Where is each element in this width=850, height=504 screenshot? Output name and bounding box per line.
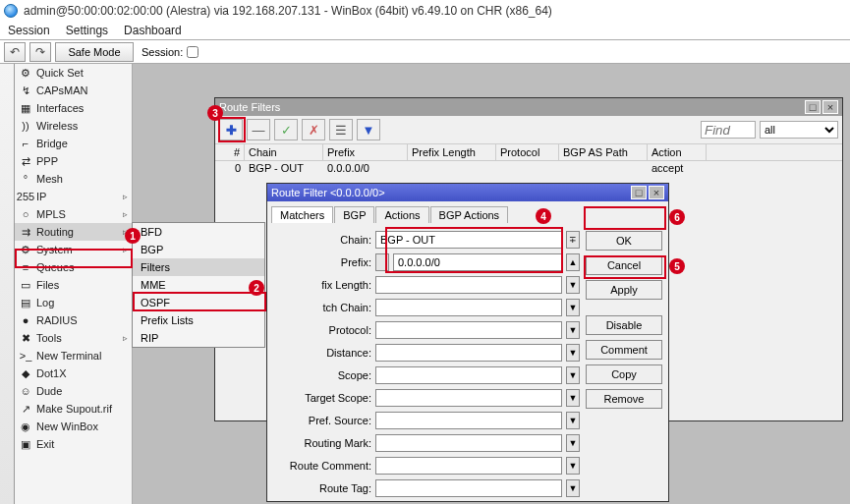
menu-settings[interactable]: Settings	[66, 24, 108, 37]
rtag-expand-icon[interactable]: ▼	[566, 479, 580, 497]
sidebar-item-quick-set[interactable]: ⚙Quick Set	[15, 64, 132, 82]
session-checkbox[interactable]	[187, 46, 198, 58]
prefix-not-toggle[interactable]	[375, 253, 389, 271]
sidebar-icon: ◆	[19, 366, 32, 380]
sidebar-item-make-supout-rif[interactable]: ↗Make Supout.rif	[15, 400, 132, 418]
route-filters-titlebar[interactable]: Route Filters □ ×	[215, 98, 842, 116]
sidebar-item-log[interactable]: ▤Log	[15, 294, 132, 311]
sidebar-item-files[interactable]: ▭Files	[15, 276, 132, 294]
sidebar-item-bridge[interactable]: ⌐Bridge	[15, 135, 132, 152]
submenu-item-prefix-lists[interactable]: Prefix Lists	[133, 311, 264, 329]
rmark-label: Routing Mark:	[273, 437, 371, 449]
sidebar-item-capsman[interactable]: ↯CAPsMAN	[15, 82, 132, 99]
apply-button[interactable]: Apply	[586, 280, 662, 300]
filter-select[interactable]: all	[760, 121, 838, 139]
filter-button[interactable]: ▼	[357, 119, 380, 140]
sidebar-item-label: Tools	[36, 332, 62, 344]
ok-button[interactable]: OK	[586, 231, 662, 251]
submenu-item-bgp[interactable]: BGP	[133, 241, 264, 258]
redo-button[interactable]: ↷	[29, 42, 51, 62]
sidebar-item-queues[interactable]: ≡Queues	[15, 258, 132, 276]
comment-button[interactable]: Comment	[586, 340, 662, 360]
cancel-button[interactable]: Cancel	[586, 255, 662, 275]
tab-actions[interactable]: Actions	[375, 206, 428, 223]
chain-input[interactable]: BGP - OUT	[375, 231, 562, 249]
dialog-close[interactable]: ×	[649, 186, 664, 199]
undo-button[interactable]: ↶	[4, 42, 26, 62]
sidebar-item-system[interactable]: ⚙System▹	[15, 241, 132, 258]
sidebar-icon: ☺	[19, 384, 32, 398]
copy-button[interactable]: Copy	[586, 364, 662, 384]
match-input[interactable]	[375, 299, 562, 316]
table-row[interactable]: 0 BGP - OUT 0.0.0.0/0 accept	[215, 161, 842, 177]
rtag-input[interactable]	[375, 479, 562, 497]
submenu-item-ospf[interactable]: OSPF	[133, 294, 264, 311]
submenu-item-bfd[interactable]: BFD	[133, 223, 264, 241]
sidebar-item-interfaces[interactable]: ▦Interfaces	[15, 99, 132, 117]
proto-input[interactable]	[375, 321, 562, 339]
col-prefix[interactable]: Prefix	[323, 144, 408, 160]
sidebar-item-dot1x[interactable]: ◆Dot1X	[15, 364, 132, 382]
sidebar-item-new-terminal[interactable]: >_New Terminal	[15, 347, 132, 364]
rmark-expand-icon[interactable]: ▼	[566, 434, 580, 452]
tscope-input[interactable]	[375, 389, 562, 407]
sidebar-item-exit[interactable]: ▣Exit	[15, 435, 132, 453]
plen-input[interactable]	[375, 276, 562, 294]
scope-input[interactable]	[375, 366, 562, 384]
tscope-expand-icon[interactable]: ▼	[566, 389, 580, 407]
col-chain[interactable]: Chain	[245, 144, 323, 160]
chain-dropdown-icon[interactable]: ∓	[566, 231, 580, 249]
sidebar-item-ip[interactable]: 255IP▹	[15, 188, 132, 205]
rcomment-input[interactable]	[375, 457, 562, 475]
col-num[interactable]: #	[215, 144, 245, 160]
scope-expand-icon[interactable]: ▼	[566, 366, 580, 384]
sidebar-item-mesh[interactable]: °Mesh	[15, 170, 132, 188]
col-act[interactable]: Action	[648, 144, 707, 160]
sidebar-item-mpls[interactable]: ○MPLS▹	[15, 205, 132, 223]
sidebar-item-ppp[interactable]: ⇄PPP	[15, 152, 132, 170]
enable-button[interactable]: ✓	[274, 119, 298, 140]
sidebar-item-tools[interactable]: ✖Tools▹	[15, 329, 132, 347]
dialog-maximize[interactable]: □	[631, 186, 647, 199]
menu-session[interactable]: Session	[8, 24, 50, 37]
psrc-input[interactable]	[375, 412, 562, 429]
prefix-collapse-icon[interactable]: ▲	[566, 253, 580, 271]
psrc-expand-icon[interactable]: ▼	[566, 412, 580, 429]
col-proto[interactable]: Protocol	[496, 144, 559, 160]
sidebar-item-radius[interactable]: ●RADIUS	[15, 311, 132, 329]
match-expand-icon[interactable]: ▼	[566, 299, 580, 316]
safe-mode-toggle[interactable]: Safe Mode	[55, 42, 134, 62]
dialog-titlebar[interactable]: Route Filter <0.0.0.0/0> □ ×	[267, 184, 668, 201]
tab-bgp-actions[interactable]: BGP Actions	[430, 206, 509, 223]
route-filters-maximize[interactable]: □	[805, 100, 821, 114]
submenu-item-rip[interactable]: RIP	[133, 329, 264, 347]
remove-button[interactable]: —	[247, 119, 270, 140]
remove-button[interactable]: Remove	[586, 389, 662, 409]
dist-expand-icon[interactable]: ▼	[566, 344, 580, 362]
route-filters-close[interactable]: ×	[822, 100, 838, 114]
sidebar-item-new-winbox[interactable]: ◉New WinBox	[15, 418, 132, 435]
tab-bgp[interactable]: BGP	[334, 206, 374, 223]
plen-expand-icon[interactable]: ▼	[566, 276, 580, 294]
sidebar-item-routing[interactable]: ⇉Routing▹	[15, 223, 132, 241]
chevron-right-icon: ▹	[123, 333, 128, 343]
rcomment-expand-icon[interactable]: ▼	[566, 457, 580, 475]
rmark-input[interactable]	[375, 434, 562, 452]
col-plen[interactable]: Prefix Length	[408, 144, 496, 160]
add-button[interactable]: ✚	[219, 119, 243, 140]
submenu-item-filters[interactable]: Filters	[133, 258, 264, 276]
sidebar-item-wireless[interactable]: ))Wireless	[15, 117, 132, 135]
disable-button[interactable]: ✗	[302, 119, 325, 140]
rtag-label: Route Tag:	[273, 482, 371, 494]
col-bgp[interactable]: BGP AS Path	[559, 144, 648, 160]
sidebar-item-dude[interactable]: ☺Dude	[15, 382, 132, 400]
submenu-item-mme[interactable]: MME	[133, 276, 264, 294]
find-input[interactable]	[701, 121, 756, 139]
disable-button[interactable]: Disable	[586, 315, 662, 335]
menu-dashboard[interactable]: Dashboard	[124, 24, 182, 37]
comment-button[interactable]: ☰	[329, 119, 353, 140]
dist-input[interactable]	[375, 344, 562, 362]
tab-matchers[interactable]: Matchers	[271, 206, 333, 223]
prefix-input[interactable]: 0.0.0.0/0	[393, 253, 562, 271]
proto-expand-icon[interactable]: ▼	[566, 321, 580, 339]
